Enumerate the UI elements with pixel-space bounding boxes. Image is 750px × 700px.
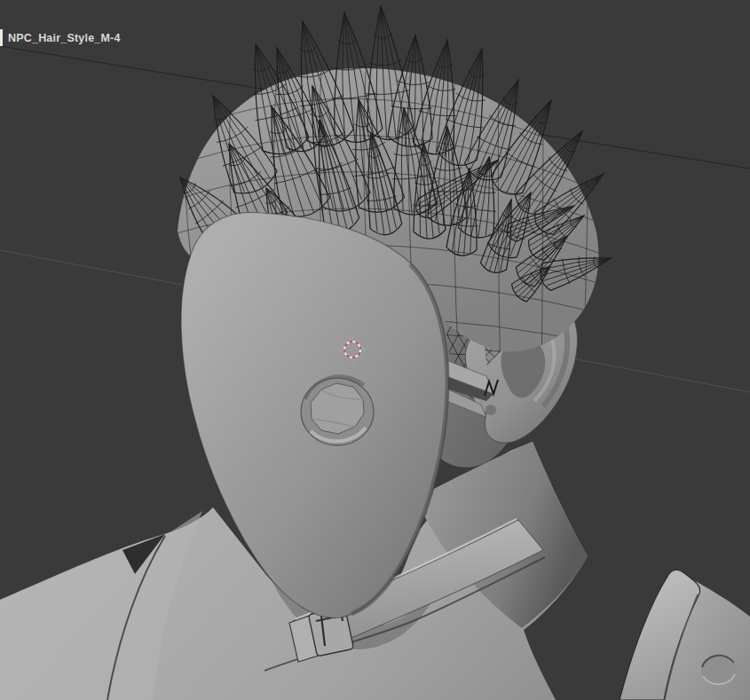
cheek-plug[interactable] <box>301 376 374 445</box>
blender-window: NPC_Hair_Style_M-4 <box>0 0 750 700</box>
ear-tragus <box>486 405 496 415</box>
shoulder-hole <box>701 654 737 686</box>
label-marker <box>0 29 3 46</box>
object-name-label: NPC_Hair_Style_M-4 <box>8 32 121 44</box>
viewport-3d[interactable] <box>0 0 750 700</box>
